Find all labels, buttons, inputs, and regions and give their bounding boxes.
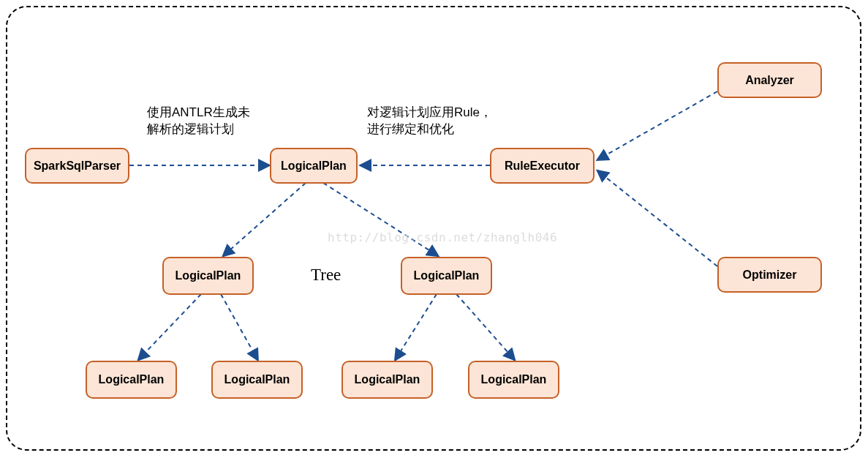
node-label: RuleExecutor — [505, 159, 580, 173]
node-label: SparkSqlParser — [34, 159, 121, 173]
node-label: LogicalPlan — [414, 269, 480, 282]
node-label: Analyzer — [745, 74, 794, 87]
node-label: LogicalPlan — [176, 269, 241, 282]
node-logical-plan-r: LogicalPlan — [401, 257, 492, 295]
node-label: LogicalPlan — [99, 373, 165, 386]
node-analyzer: Analyzer — [717, 62, 822, 98]
annotation-right: 对逻辑计划应用Rule， 进行绑定和优化 — [367, 105, 492, 138]
node-logical-plan-rl: LogicalPlan — [341, 361, 433, 399]
node-label: LogicalPlan — [281, 159, 347, 173]
node-optimizer: Optimizer — [717, 257, 822, 293]
node-logical-plan-ll: LogicalPlan — [86, 361, 177, 399]
node-logical-plan-root: LogicalPlan — [270, 148, 358, 184]
node-rule-executor: RuleExecutor — [490, 148, 595, 184]
node-label: LogicalPlan — [481, 373, 547, 386]
node-label: Optimizer — [743, 269, 797, 282]
node-label: LogicalPlan — [355, 373, 420, 386]
node-spark-sql-parser: SparkSqlParser — [25, 148, 129, 184]
watermark-text: http://blog.csdn.net/zhanglh046 — [328, 230, 557, 244]
annotation-left: 使用ANTLR生成未 解析的逻辑计划 — [147, 105, 250, 138]
node-logical-plan-l: LogicalPlan — [162, 257, 254, 295]
node-logical-plan-rr: LogicalPlan — [468, 361, 559, 399]
node-logical-plan-lr: LogicalPlan — [211, 361, 303, 399]
node-label: LogicalPlan — [224, 373, 290, 386]
tree-label: Tree — [311, 266, 341, 285]
